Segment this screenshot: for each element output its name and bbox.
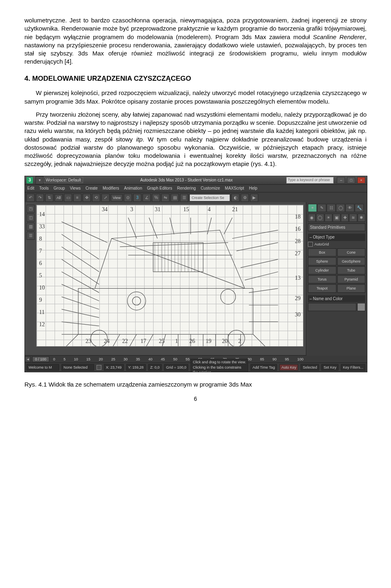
cone-button[interactable]: Cone [337,248,366,256]
helpers-icon[interactable]: ✚ [341,214,349,222]
menu-customize[interactable]: Customize [201,186,220,191]
geometry-icon[interactable]: ◉ [308,214,316,222]
motion-tab-icon[interactable]: ◯ [336,204,345,212]
timeline-toggle-icon[interactable]: ◂ [25,356,31,362]
mirror-icon[interactable]: ⇋ [161,194,169,202]
timeline-ticks: 0 5 10 15 20 25 30 35 40 45 50 55 60 65 … [51,357,306,362]
menu-bar: Edit Tools Group Views Create Modifiers … [25,185,367,192]
redo-icon[interactable]: ↷ [36,194,44,202]
callout-18: 18 [295,213,301,221]
menu-edit[interactable]: Edit [27,186,34,191]
callout-4: 4 [208,206,211,214]
ref-coord-dropdown[interactable]: View [111,194,123,201]
geosphere-button[interactable]: GeoSphere [337,257,366,265]
primitive-type-dropdown[interactable]: Standard Primitives [308,223,365,232]
menu-tools[interactable]: Tools [39,186,48,191]
tube-button[interactable]: Tube [337,266,366,274]
shapes-icon[interactable]: ◯ [316,214,324,222]
workspace-dropdown[interactable]: Workspace: Default [44,177,83,183]
close-icon[interactable]: × [357,177,365,183]
object-color-swatch[interactable] [357,303,365,311]
key-filters-button[interactable]: Key Filters... [341,364,365,371]
percent-snap-icon[interactable]: % [152,194,160,202]
selection-filter-dropdown[interactable]: All [55,194,63,201]
select-icon[interactable]: ▭ [64,194,72,202]
create-tab-icon[interactable]: ✦ [308,204,317,212]
pyramid-button[interactable]: Pyramid [337,275,366,283]
add-time-tag[interactable]: Add Time Tag [250,364,277,371]
select-name-icon[interactable]: ≡ [73,194,81,202]
callout-26: 26 [189,338,195,345]
coord-x[interactable]: X: 23,749 [104,364,124,371]
autogrid-row: AutoGrid [308,242,365,247]
minimize-icon[interactable]: – [337,177,345,183]
angle-snap-icon[interactable]: ∠ [143,194,151,202]
callout-17: 17 [141,338,146,345]
perspective-viewport[interactable]: 14 33 8 7 6 5 10 9 11 12 34 3 31 15 4 21… [36,205,303,347]
vp-tool-2-icon[interactable]: ◫ [26,214,35,222]
time-slider[interactable]: ◂ 0 / 100 0 5 10 15 20 25 30 35 40 45 50… [25,355,306,363]
object-type-rollout[interactable]: – Object Type [308,234,365,241]
coord-y[interactable]: Y: 159,28 [126,364,146,371]
menu-group[interactable]: Group [54,186,65,191]
screenshot-3dsmax: 3 ▾ Workspace: Default Autodesk 3ds Max … [24,176,367,372]
utilities-tab-icon[interactable]: 🔧 [355,204,364,212]
vp-tool-1-icon[interactable]: ◳ [26,205,35,213]
vp-tool-4-icon[interactable]: ☰ [26,232,35,240]
lights-icon[interactable]: ☀ [325,214,332,222]
svg-line-50 [128,334,136,346]
align-icon[interactable]: ▤ [171,194,179,202]
menu-modifiers[interactable]: Modifiers [103,186,119,191]
menu-maxscript[interactable]: MAXScript [225,186,244,191]
spacewarps-icon[interactable]: ≋ [349,214,357,222]
menu-help[interactable]: Help [249,186,257,191]
move-icon[interactable]: ✥ [83,194,91,202]
callout-22: 22 [122,338,128,345]
undo-icon[interactable]: ↶ [26,194,35,202]
command-panel-tabs: ✦ ✎ ☷ ◯ 👁 🔧 [308,204,365,212]
page-number: 6 [24,395,367,403]
modify-tab-icon[interactable]: ✎ [317,204,326,212]
cylinder-button[interactable]: Cylinder [308,266,336,274]
material-editor-icon[interactable]: ◐ [231,194,239,202]
torus-button[interactable]: Torus [308,275,336,283]
render-icon[interactable]: ▶ [250,194,258,202]
frame-indicator[interactable]: 0 / 100 [32,356,49,362]
sphere-button[interactable]: Sphere [308,257,336,265]
maximize-icon[interactable]: □ [347,177,355,183]
pivot-icon[interactable]: ⊙ [124,194,132,202]
coord-z[interactable]: Z: 0,0 [148,364,162,371]
box-button[interactable]: Box [308,248,336,256]
selection-lock-icon[interactable] [97,365,101,370]
vp-tool-3-icon[interactable]: ▥ [26,223,35,231]
scale-icon[interactable]: ⤢ [101,194,110,202]
app-menu-icon[interactable]: ▾ [35,176,44,184]
menu-create[interactable]: Create [86,186,98,191]
name-color-rollout[interactable]: – Name and Color [308,295,365,303]
cameras-icon[interactable]: ▣ [333,214,340,222]
plane-button[interactable]: Plane [337,284,366,292]
autogrid-checkbox[interactable] [308,242,313,247]
help-search-input[interactable]: Type a keyword or phrase [286,177,334,183]
menu-graph-editors[interactable]: Graph Editors [147,186,172,191]
layers-icon[interactable]: ☰ [180,194,188,202]
set-key-button[interactable]: Set Key [321,364,338,371]
auto-key-button[interactable]: Auto Key [279,364,299,371]
link-icon[interactable]: ⇅ [45,194,53,202]
display-tab-icon[interactable]: 👁 [345,204,354,212]
render-setup-icon[interactable]: ⚙ [241,194,249,202]
svg-line-27 [62,234,99,259]
app-logo-icon[interactable]: 3 [26,177,33,183]
menu-rendering[interactable]: Rendering [177,186,196,191]
maxscript-mini-listener[interactable]: Welcome to M [26,364,59,371]
named-selection-input[interactable]: Create Selection Se [189,194,230,201]
hierarchy-tab-icon[interactable]: ☷ [327,204,336,212]
systems-icon[interactable]: ✱ [358,214,365,222]
menu-views[interactable]: Views [70,186,81,191]
menu-animation[interactable]: Animation [124,186,142,191]
object-name-input[interactable] [308,303,356,311]
key-mode-dropdown[interactable]: Selected [301,364,319,371]
snap-icon[interactable]: 3 [133,194,141,202]
teapot-button[interactable]: Teapot [308,284,336,292]
rotate-icon[interactable]: ⟲ [92,194,100,202]
